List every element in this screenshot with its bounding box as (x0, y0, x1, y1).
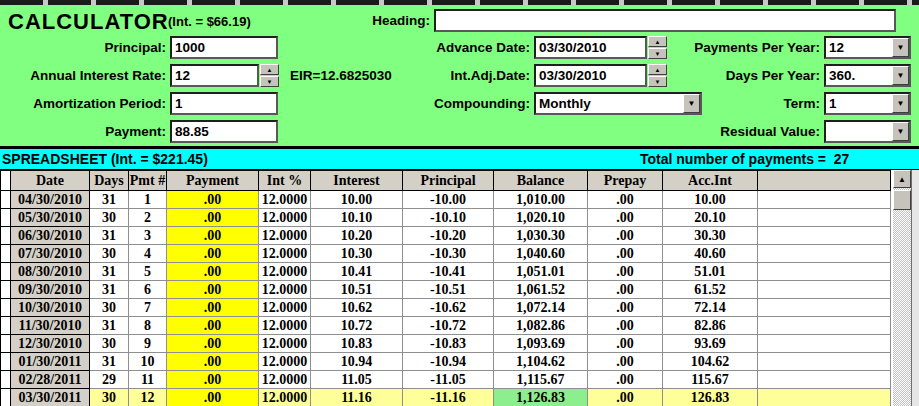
cell-principal[interactable]: -10.94 (403, 353, 494, 371)
cell-prepay[interactable]: .00 (588, 353, 663, 371)
cell-balance[interactable]: 1,030.30 (494, 227, 588, 245)
cell-acc-int[interactable]: 20.10 (663, 209, 758, 227)
cell-pmt-number[interactable]: 3 (129, 227, 167, 245)
cell-prepay[interactable]: .00 (588, 227, 663, 245)
cell-prepay[interactable]: .00 (588, 209, 663, 227)
cell-pmt-number[interactable]: 12 (129, 389, 167, 406)
cell-date[interactable]: 10/30/2010 (11, 299, 90, 317)
dropdown-arrow-icon[interactable]: ▼ (892, 122, 909, 141)
cell-balance[interactable]: 1,104.62 (494, 353, 588, 371)
cell-int-pct[interactable]: 12.0000 (259, 209, 311, 227)
cell-interest[interactable]: 10.10 (311, 209, 403, 227)
cell-principal[interactable]: -11.16 (403, 389, 494, 406)
cell-balance[interactable]: 1,010.00 (494, 191, 588, 209)
cell-days[interactable]: 31 (90, 353, 129, 371)
cell-payment[interactable]: .00 (167, 191, 259, 209)
cell-days[interactable]: 31 (90, 191, 129, 209)
residual-value-select[interactable]: ▼ (824, 120, 911, 143)
cell-date[interactable]: 07/30/2010 (11, 245, 90, 263)
cell-int-pct[interactable]: 12.0000 (259, 353, 311, 371)
cell-acc-int[interactable]: 61.52 (663, 281, 758, 299)
cell-principal[interactable]: -10.72 (403, 317, 494, 335)
days-per-year-select[interactable]: 360. ▼ (824, 64, 911, 87)
cell-interest[interactable]: 10.51 (311, 281, 403, 299)
cell-interest[interactable]: 10.30 (311, 245, 403, 263)
cell-payment[interactable]: .00 (167, 371, 259, 389)
cell-acc-int[interactable]: 93.69 (663, 335, 758, 353)
cell-days[interactable]: 30 (90, 245, 129, 263)
cell-date[interactable]: 11/30/2010 (11, 317, 90, 335)
cell-prepay[interactable]: .00 (588, 263, 663, 281)
dropdown-arrow-icon[interactable]: ▼ (892, 94, 909, 113)
cell-int-pct[interactable]: 12.0000 (259, 191, 311, 209)
cell-balance[interactable]: 1,040.60 (494, 245, 588, 263)
cell-prepay[interactable]: .00 (588, 317, 663, 335)
cell-principal[interactable]: -10.62 (403, 299, 494, 317)
cell-acc-int[interactable]: 82.86 (663, 317, 758, 335)
heading-input[interactable] (434, 9, 896, 32)
cell-int-pct[interactable]: 12.0000 (259, 263, 311, 281)
cell-pmt-number[interactable]: 11 (129, 371, 167, 389)
cell-date[interactable]: 02/28/2011 (11, 371, 90, 389)
cell-payment[interactable]: .00 (167, 335, 259, 353)
payments-per-year-select[interactable]: 12 ▼ (824, 36, 911, 59)
cell-date[interactable]: 12/30/2010 (11, 335, 90, 353)
cell-payment[interactable]: .00 (167, 389, 259, 406)
cell-acc-int[interactable]: 126.83 (663, 389, 758, 406)
cell-balance[interactable]: 1,061.52 (494, 281, 588, 299)
cell-interest[interactable]: 11.05 (311, 371, 403, 389)
cell-acc-int[interactable]: 10.00 (663, 191, 758, 209)
cell-days[interactable]: 31 (90, 281, 129, 299)
scroll-up-icon[interactable]: ▲ (893, 170, 911, 188)
cell-interest[interactable]: 10.41 (311, 263, 403, 281)
cell-pmt-number[interactable]: 6 (129, 281, 167, 299)
cell-date[interactable]: 04/30/2010 (11, 191, 90, 209)
cell-balance[interactable]: 1,082.86 (494, 317, 588, 335)
cell-interest[interactable]: 10.83 (311, 335, 403, 353)
cell-int-pct[interactable]: 12.0000 (259, 335, 311, 353)
cell-principal[interactable]: -10.20 (403, 227, 494, 245)
cell-principal[interactable]: -10.10 (403, 209, 494, 227)
cell-prepay[interactable]: .00 (588, 299, 663, 317)
cell-interest[interactable]: 10.20 (311, 227, 403, 245)
cell-prepay[interactable]: .00 (588, 371, 663, 389)
cell-days[interactable]: 31 (90, 227, 129, 245)
cell-pmt-number[interactable]: 1 (129, 191, 167, 209)
cell-payment[interactable]: .00 (167, 299, 259, 317)
spinner-up-icon[interactable]: ▲ (260, 64, 279, 75)
cell-acc-int[interactable]: 40.60 (663, 245, 758, 263)
cell-pmt-number[interactable]: 2 (129, 209, 167, 227)
cell-days[interactable]: 29 (90, 371, 129, 389)
cell-days[interactable]: 30 (90, 209, 129, 227)
cell-int-pct[interactable]: 12.0000 (259, 281, 311, 299)
spinner-down-icon[interactable]: ▼ (260, 76, 279, 87)
cell-days[interactable]: 30 (90, 335, 129, 353)
cell-days[interactable]: 31 (90, 263, 129, 281)
cell-date[interactable]: 08/30/2010 (11, 263, 90, 281)
cell-int-pct[interactable]: 12.0000 (259, 245, 311, 263)
cell-int-pct[interactable]: 12.0000 (259, 299, 311, 317)
cell-prepay[interactable]: .00 (588, 281, 663, 299)
dropdown-arrow-icon[interactable]: ▼ (892, 66, 909, 85)
vertical-scrollbar[interactable]: ▲ (893, 170, 911, 406)
cell-payment[interactable]: .00 (167, 227, 259, 245)
cell-balance[interactable]: 1,115.67 (494, 371, 588, 389)
cell-payment[interactable]: .00 (167, 209, 259, 227)
cell-pmt-number[interactable]: 4 (129, 245, 167, 263)
cell-days[interactable]: 30 (90, 389, 129, 406)
cell-pmt-number[interactable]: 9 (129, 335, 167, 353)
cell-date[interactable]: 06/30/2010 (11, 227, 90, 245)
cell-balance[interactable]: 1,020.10 (494, 209, 588, 227)
cell-balance[interactable]: 1,093.69 (494, 335, 588, 353)
cell-balance[interactable]: 1,051.01 (494, 263, 588, 281)
cell-payment[interactable]: .00 (167, 245, 259, 263)
cell-principal[interactable]: -10.30 (403, 245, 494, 263)
cell-date[interactable]: 09/30/2010 (11, 281, 90, 299)
cell-principal[interactable]: -10.51 (403, 281, 494, 299)
cell-payment[interactable]: .00 (167, 353, 259, 371)
cell-acc-int[interactable]: 72.14 (663, 299, 758, 317)
cell-interest[interactable]: 10.94 (311, 353, 403, 371)
principal-input[interactable] (170, 36, 278, 59)
cell-acc-int[interactable]: 104.62 (663, 353, 758, 371)
cell-prepay[interactable]: .00 (588, 191, 663, 209)
